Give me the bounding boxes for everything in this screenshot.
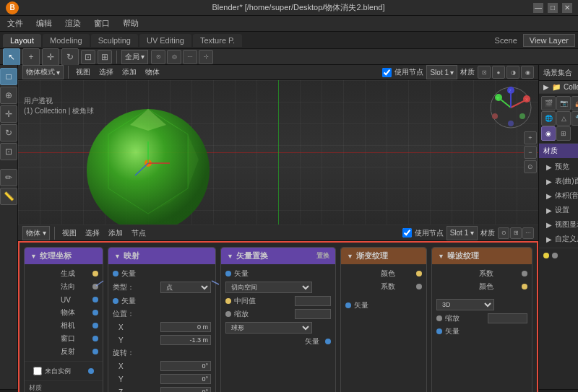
settings-tab[interactable]: ▶ 设置 xyxy=(542,204,578,217)
mapping-x-input[interactable]: 0 m xyxy=(160,322,211,332)
slot-dropdown[interactable]: Slot 1 ▾ xyxy=(426,65,457,79)
wireframe-btn[interactable]: ⊡ xyxy=(478,66,491,79)
prop-material[interactable]: ◉ xyxy=(541,126,556,141)
scene-collection-header: 场景集合 ⊙ xyxy=(539,65,578,81)
settings-arrow: ▶ xyxy=(546,206,552,214)
vd-scale-input[interactable]: 0.700 xyxy=(295,309,331,319)
menu-render[interactable]: 渲染 xyxy=(62,17,84,30)
measure-tool[interactable]: 📏 xyxy=(0,188,17,205)
frame-btn[interactable]: ⊙ xyxy=(524,160,537,173)
prop-scene[interactable]: 🎬 xyxy=(541,96,556,110)
tab-uv-editing[interactable]: UV Editing xyxy=(139,34,191,47)
move-tool[interactable]: ✛ xyxy=(42,48,59,66)
object-menu[interactable]: 物体 xyxy=(142,66,163,79)
node-editor-type[interactable]: 物体 ▾ xyxy=(22,226,50,240)
node-node-menu[interactable]: 节点 xyxy=(129,227,149,240)
minimize-button[interactable]: — xyxy=(533,3,543,13)
preview-tab[interactable]: ▶ 预览 xyxy=(542,160,578,173)
global-dropdown[interactable]: 全局 ▾ xyxy=(121,50,148,64)
menu-file[interactable]: 文件 xyxy=(4,17,26,30)
zoom-in-btn[interactable]: + xyxy=(524,131,537,144)
prop-world[interactable]: 🌐 xyxy=(541,111,556,126)
from-instance-checkbox[interactable] xyxy=(33,367,42,375)
viewport-display-tab[interactable]: ▶ 视图显示 xyxy=(542,218,578,231)
node-add-menu[interactable]: 添加 xyxy=(105,227,126,240)
noise-3d-select[interactable]: 3D xyxy=(436,299,494,310)
maximize-button[interactable]: □ xyxy=(548,3,558,13)
close-button[interactable]: ✕ xyxy=(562,3,572,13)
solid-btn[interactable]: ● xyxy=(492,66,505,79)
use-nodes-checkbox[interactable] xyxy=(382,68,392,77)
select-menu[interactable]: 选择 xyxy=(96,66,116,79)
rotate-3d-tool[interactable]: ↻ xyxy=(0,124,17,141)
scale-tool[interactable]: ⊡ xyxy=(81,50,95,64)
material-preview-btn[interactable]: ◑ xyxy=(506,66,519,79)
rendered-btn[interactable]: ◉ xyxy=(521,66,534,79)
svg-text:X: X xyxy=(525,97,528,102)
mapping-rx-input[interactable] xyxy=(160,361,211,371)
node-view-menu[interactable]: 视图 xyxy=(59,227,79,240)
node-view-btns: ⊙ ⊞ ⋯ xyxy=(498,227,534,239)
custom-props-tab[interactable]: ▶ 自定义属性 xyxy=(542,232,578,245)
transform-tool[interactable]: ⊞ xyxy=(98,50,112,64)
menu-window[interactable]: 窗口 xyxy=(91,17,113,30)
prop-render[interactable]: 📷 xyxy=(556,96,571,110)
tab-sculpting[interactable]: Sculpting xyxy=(91,34,138,47)
node-slot[interactable]: Slot 1 ▾ xyxy=(447,226,478,240)
overlay-btn[interactable]: ⊹ xyxy=(199,50,213,64)
prop-data[interactable]: ⊞ xyxy=(556,126,571,141)
annotate-tool[interactable]: ✏ xyxy=(0,169,17,186)
node-use-nodes[interactable] xyxy=(402,228,412,238)
menu-help[interactable]: 帮助 xyxy=(120,17,142,30)
mapping-y-input[interactable]: -1.3 m xyxy=(160,335,211,345)
options-btn[interactable]: ⋯ xyxy=(183,50,197,64)
mapping-rz-row: Z xyxy=(108,386,215,392)
tab-layout[interactable]: Layout xyxy=(3,34,41,47)
collection-item[interactable]: ▶ 📁 Collectio ✓ xyxy=(539,81,578,94)
displacement-replace-btn[interactable]: 置换 xyxy=(316,251,329,261)
color-swatches xyxy=(539,248,578,263)
vd-space-select[interactable]: 切向空间 xyxy=(225,282,312,293)
generate-dot xyxy=(92,271,98,276)
node-select-menu[interactable]: 选择 xyxy=(82,227,103,240)
mapping-rz-input[interactable] xyxy=(160,387,211,392)
move-3d-tool[interactable]: ✛ xyxy=(0,105,17,123)
surface-tab[interactable]: ▶ 表(曲)面 xyxy=(542,175,578,188)
prop-object[interactable]: △ xyxy=(556,111,571,126)
viewport-3d[interactable]: 用户透视 (1) Collection | 棱角球 xyxy=(18,80,538,225)
mapping-type-select[interactable]: 点 xyxy=(160,282,211,293)
vd-sphere-select[interactable]: 球形 xyxy=(225,322,312,334)
select-tool[interactable]: ↖ xyxy=(3,48,20,66)
viewport-overlay-btns: ⊡ ● ◑ ◉ xyxy=(478,66,534,79)
vd-sphere-row: 球形 xyxy=(221,321,335,335)
noise-scale-input[interactable]: 28.900 xyxy=(488,313,527,323)
view-menu[interactable]: 视图 xyxy=(73,66,93,79)
volume-tab[interactable]: ▶ 体积(音量) xyxy=(542,189,578,202)
preview-label: 预览 xyxy=(555,162,569,172)
cursor-tool[interactable]: + xyxy=(22,48,40,66)
zoom-out-btn[interactable]: − xyxy=(524,146,537,159)
prop-output[interactable]: 📤 xyxy=(571,96,578,110)
vd-midvalue-input[interactable]: 0.000 xyxy=(295,296,331,306)
menu-edit[interactable]: 编辑 xyxy=(33,17,55,30)
navigation-gizmo[interactable]: X Y Z xyxy=(489,86,532,131)
proportional-btn[interactable]: ◎ xyxy=(167,50,181,64)
mapping-ry-input[interactable] xyxy=(160,374,211,384)
tab-modeling[interactable]: Modeling xyxy=(43,34,90,47)
view-layer-button[interactable]: View Layer xyxy=(523,34,575,47)
scene-label: Scene xyxy=(491,36,522,45)
prop-modifier[interactable]: 🔧 xyxy=(571,111,578,126)
svg-text:Z: Z xyxy=(509,89,512,93)
node-toggle-3[interactable]: ⋯ xyxy=(522,227,534,239)
select-box-tool[interactable]: □ xyxy=(0,68,17,85)
node-toggle-2[interactable]: ⊞ xyxy=(510,227,522,239)
scale-3d-tool[interactable]: ⊡ xyxy=(0,143,17,160)
add-menu[interactable]: 添加 xyxy=(119,66,139,79)
cursor-3d-tool[interactable]: ⊕ xyxy=(0,87,17,104)
mapping-vector-input: 矢量 xyxy=(108,267,215,280)
snap-btn[interactable]: ⊙ xyxy=(151,50,165,64)
node-toggle-1[interactable]: ⊙ xyxy=(498,227,509,239)
rotate-tool[interactable]: ↻ xyxy=(61,48,79,66)
object-mode-dropdown[interactable]: 物体模式 ▾ xyxy=(22,65,64,79)
tab-texture-p[interactable]: Texture P. xyxy=(193,34,242,47)
